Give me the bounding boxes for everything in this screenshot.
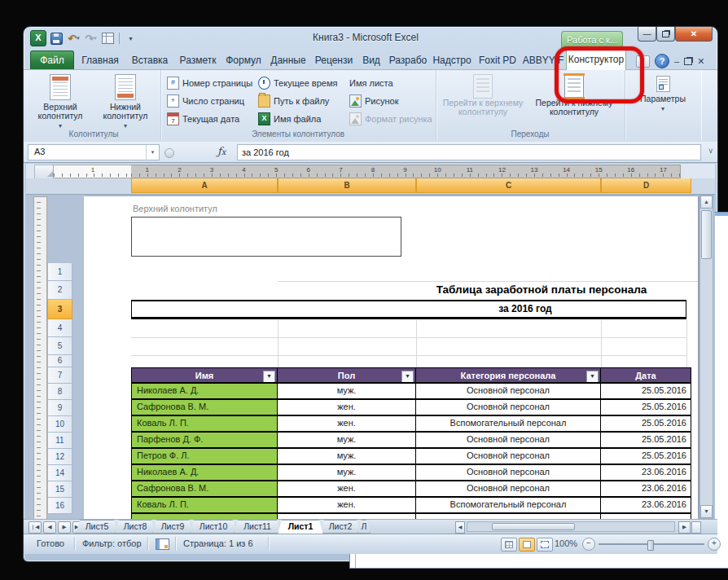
element-button-8[interactable]: Рисунок <box>349 93 399 109</box>
scroll-right-icon[interactable]: ▶ <box>678 521 691 534</box>
restore-button[interactable] <box>656 27 675 42</box>
cell-gender[interactable]: жен. <box>278 481 416 496</box>
close-button[interactable]: ✕ <box>675 27 713 42</box>
row-header-15[interactable]: 15 <box>47 481 72 498</box>
filter-dropdown-icon[interactable]: ▼ <box>401 371 414 382</box>
vertical-scrollbar[interactable]: ▲ ▼ <box>699 195 713 519</box>
column-header-C[interactable]: C <box>416 178 601 193</box>
row-header-6[interactable]: 6 <box>47 355 72 367</box>
tab-5[interactable]: Данные <box>266 51 310 70</box>
page-break-view-icon[interactable] <box>537 538 553 551</box>
footer-button[interactable]: Нижний колонтитул ▾ <box>94 72 157 126</box>
table-header-cell-2[interactable]: Пол▼ <box>278 368 416 382</box>
page-layout-view-icon[interactable] <box>519 538 535 551</box>
element-button-5[interactable]: Путь к файлу <box>258 93 329 109</box>
cell-date[interactable]: 25.05.2016 <box>601 384 691 398</box>
column-header-A[interactable]: A <box>131 178 278 193</box>
doc-close-icon[interactable]: ✕ <box>697 56 704 67</box>
table-header-cell-3[interactable]: Категория персонала▼ <box>416 368 601 382</box>
cell-gender[interactable]: муж. <box>278 465 416 480</box>
table-header-cell-1[interactable]: Имя▼ <box>131 368 278 382</box>
cell-category[interactable]: Основной персонал <box>416 481 601 496</box>
cell-date[interactable]: 25.05.2016 <box>601 416 691 431</box>
name-box[interactable]: A3 ▾ <box>28 144 160 160</box>
table-header-cell-4[interactable]: Дата <box>601 368 691 382</box>
tab-2[interactable]: Вставка <box>126 51 173 70</box>
sheet-tab-Лист2[interactable]: Лист2 <box>320 520 361 534</box>
row-header-14[interactable]: 14 <box>47 465 72 481</box>
element-button-4[interactable]: Текущее время <box>258 75 337 91</box>
cell-gender[interactable]: муж. <box>278 449 416 464</box>
minimize-button[interactable]: — <box>638 27 656 42</box>
cell-gender[interactable]: жен. <box>278 400 416 415</box>
sheet-tab-Лист10[interactable]: Лист10 <box>190 520 237 534</box>
vertical-scrollbar-thumb[interactable] <box>701 210 712 259</box>
cell-date[interactable]: 23.06.2016 <box>601 498 691 512</box>
header-edit-box[interactable] <box>131 217 401 257</box>
document-title-cell[interactable]: Таблица заработной платы персонала <box>401 283 682 296</box>
help-icon[interactable]: ? <box>655 54 669 68</box>
save-button[interactable] <box>50 32 64 45</box>
cell-category[interactable]: Вспомогательный персонал <box>416 416 601 431</box>
tab-split-handle[interactable] <box>691 521 701 534</box>
expand-formula-bar-icon[interactable]: ∨ <box>708 147 713 155</box>
scroll-up-icon[interactable]: ▲ <box>700 196 713 209</box>
cell-category[interactable]: Основной персонал <box>416 465 601 480</box>
tab-file[interactable]: Файл <box>30 51 74 70</box>
cell-gender[interactable]: муж. <box>278 433 416 447</box>
column-header-D[interactable]: D <box>601 178 691 193</box>
sheet-tab-Лист11[interactable]: Лист11 <box>234 520 281 534</box>
customize-qat-button[interactable]: ▾ <box>124 32 138 45</box>
macro-record-icon[interactable] <box>156 538 169 550</box>
name-box-dropdown-icon[interactable]: ▾ <box>146 145 159 160</box>
prev-sheet-icon[interactable]: ◀ <box>43 521 56 534</box>
collapse-ribbon-icon[interactable]: ⌃ <box>636 55 650 68</box>
selected-merged-cell-a3[interactable]: за 2016 год <box>131 300 686 319</box>
insert-function-icon[interactable]: ƒx <box>217 145 226 157</box>
tab-9[interactable]: Надстро <box>431 51 473 70</box>
scroll-down-icon[interactable]: ▼ <box>700 505 713 518</box>
formula-input[interactable]: за 2016 год <box>237 144 701 160</box>
element-button-3[interactable]: Текущая дата <box>167 111 239 127</box>
tab-1[interactable]: Главная <box>76 51 125 70</box>
zoom-slider[interactable] <box>599 538 704 550</box>
column-header-B[interactable]: B <box>278 178 416 193</box>
tab-7[interactable]: Вид <box>357 51 385 70</box>
cell-date[interactable]: 23.06.2016 <box>601 465 691 480</box>
cell-gender[interactable]: муж. <box>278 384 416 398</box>
tab-11[interactable]: ABBYY F <box>522 51 564 70</box>
row-header-4[interactable]: 4 <box>47 319 72 337</box>
sheet-tab-Лист1[interactable]: Лист1 <box>278 520 323 534</box>
cell-gender[interactable]: жен. <box>278 416 416 431</box>
cell-category[interactable]: Основной персонал <box>416 449 601 464</box>
first-sheet-icon[interactable]: ❘◀ <box>29 521 42 534</box>
row-header-5[interactable]: 5 <box>47 337 72 355</box>
element-button-6[interactable]: XИмя файла <box>258 111 321 127</box>
cell-date[interactable]: 25.05.2016 <box>601 449 691 464</box>
horizontal-scrollbar[interactable] <box>467 521 675 532</box>
row-header-11[interactable]: 11 <box>47 433 72 449</box>
row-header-9[interactable]: 9 <box>47 400 72 416</box>
excel-logo-icon[interactable]: X <box>30 30 46 46</box>
header-button[interactable]: Верхний колонтитул ▾ <box>29 72 92 126</box>
row-header-16[interactable]: 16 <box>47 498 72 514</box>
row-header-12[interactable]: 12 <box>47 449 72 465</box>
cell-category[interactable]: Основной персонал <box>416 433 601 447</box>
element-button-7[interactable]: Имя листа <box>349 75 393 91</box>
element-button-2[interactable]: +Число страниц <box>167 93 244 109</box>
row-header-2[interactable]: 2 <box>47 281 72 300</box>
doc-restore-icon[interactable] <box>684 58 692 65</box>
row-header-3[interactable]: 3 <box>47 300 72 319</box>
element-button-1[interactable]: #Номер страницы <box>167 75 252 91</box>
cell-date[interactable]: 23.06.2016 <box>601 481 691 496</box>
table-preview-button[interactable] <box>101 32 115 45</box>
options-button[interactable]: Параметры ▾ <box>631 72 695 126</box>
zoom-in-icon[interactable]: + <box>708 538 721 551</box>
tab-3[interactable]: Разметк <box>175 51 221 70</box>
sheet-tab-Лист9[interactable]: Лист9 <box>152 520 193 534</box>
cell-name[interactable]: Сафронова В. М. <box>131 481 278 496</box>
sheet-tab-Лист5[interactable]: Лист5 <box>76 520 118 534</box>
formula-bar-options-icon[interactable] <box>164 148 174 158</box>
cell-date[interactable]: 25.05.2016 <box>601 433 691 447</box>
row-header-7[interactable]: 7 <box>47 367 72 384</box>
